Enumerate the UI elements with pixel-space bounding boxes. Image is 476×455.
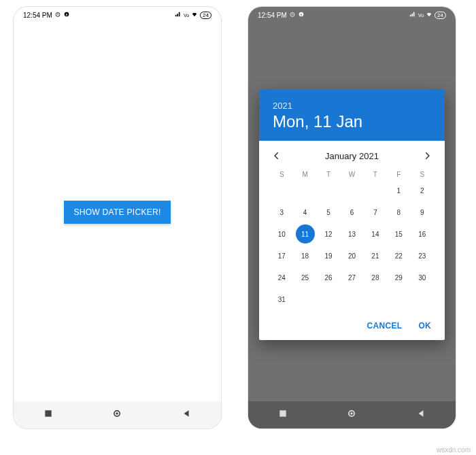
calendar-day[interactable]: 11 — [296, 224, 315, 243]
alarm-icon — [289, 11, 296, 19]
next-month-button[interactable] — [420, 149, 434, 163]
calendar-empty-cell — [272, 181, 291, 200]
calendar-day[interactable]: 20 — [342, 246, 361, 265]
nav-home-icon[interactable] — [112, 409, 122, 421]
watermark: wsxdn.com — [437, 446, 471, 454]
month-year-label[interactable]: January 2021 — [325, 151, 379, 161]
weekday-label: F — [387, 171, 410, 178]
weekday-label: T — [364, 171, 387, 178]
calendar-day[interactable]: 9 — [413, 203, 432, 222]
calendar-day[interactable]: 25 — [296, 268, 315, 287]
alarm-icon — [54, 11, 61, 19]
app-body: SHOW DATE PICKER! — [14, 23, 221, 401]
weekday-label: M — [293, 171, 316, 178]
status-bar: 12:54 PM A Vo 24 — [248, 7, 456, 23]
calendar-day[interactable]: 18 — [296, 246, 315, 265]
calendar-day[interactable]: 12 — [319, 224, 338, 243]
calendar-day[interactable]: 28 — [366, 268, 385, 287]
weekday-label: W — [340, 171, 363, 178]
nav-recent-icon[interactable] — [44, 409, 53, 421]
signal-icon — [409, 11, 416, 19]
svg-text:A: A — [65, 13, 67, 16]
calendar-empty-cell — [319, 181, 338, 200]
status-time: 12:54 PM — [23, 12, 52, 19]
show-date-picker-button[interactable]: SHOW DATE PICKER! — [64, 201, 170, 224]
calendar-grid: 1234567891011121314151617181920212223242… — [259, 181, 445, 314]
dialog-year[interactable]: 2021 — [273, 101, 431, 111]
calendar-empty-cell — [366, 181, 385, 200]
calendar-day[interactable]: 23 — [413, 246, 432, 265]
date-picker-dialog: 2021 Mon, 11 Jan January 2021 SMTWTFS 12… — [259, 90, 445, 340]
app-indicator-icon: A — [63, 11, 70, 19]
nav-back-icon[interactable] — [182, 409, 191, 421]
phone-screen-right: 12:54 PM A Vo 24 2021 Mon, 11 Jan Januar… — [248, 7, 456, 428]
calendar-day[interactable]: 14 — [366, 224, 385, 243]
calendar-day[interactable]: 3 — [272, 203, 291, 222]
calendar-day[interactable]: 29 — [389, 268, 408, 287]
app-indicator-icon: A — [298, 11, 305, 19]
dialog-header: 2021 Mon, 11 Jan — [259, 90, 445, 141]
calendar-day[interactable]: 31 — [272, 290, 291, 309]
calendar-nav: January 2021 — [259, 141, 445, 168]
weekday-row: SMTWTFS — [259, 168, 445, 181]
svg-rect-9 — [279, 410, 286, 416]
calendar-day[interactable]: 7 — [366, 203, 385, 222]
dialog-selected-date: Mon, 11 Jan — [273, 112, 431, 131]
calendar-day[interactable]: 13 — [342, 224, 361, 243]
volte-icon: Vo — [184, 13, 189, 18]
calendar-day[interactable]: 2 — [413, 181, 432, 200]
weekday-label: S — [270, 171, 293, 178]
calendar-empty-cell — [342, 181, 361, 200]
svg-rect-3 — [45, 410, 51, 416]
status-bar: 12:54 PM A Vo 24 — [14, 7, 221, 23]
calendar-day[interactable]: 15 — [389, 224, 408, 243]
nav-back-icon[interactable] — [416, 409, 426, 421]
calendar-day[interactable]: 27 — [342, 268, 361, 287]
calendar-day[interactable]: 10 — [272, 224, 291, 243]
calendar-day[interactable]: 1 — [389, 181, 408, 200]
calendar-day[interactable]: 16 — [413, 224, 432, 243]
status-time: 12:54 PM — [258, 12, 287, 19]
calendar-day[interactable]: 6 — [342, 203, 361, 222]
calendar-day[interactable]: 17 — [272, 246, 291, 265]
calendar-day[interactable]: 21 — [366, 246, 385, 265]
calendar-day[interactable]: 22 — [389, 246, 408, 265]
volte-icon: Vo — [418, 13, 424, 18]
cancel-button[interactable]: CANCEL — [367, 321, 403, 331]
nav-bar — [248, 401, 456, 428]
dialog-actions: CANCEL OK — [259, 314, 445, 340]
calendar-day[interactable]: 24 — [272, 268, 291, 287]
ok-button[interactable]: OK — [418, 321, 431, 331]
weekday-label: T — [317, 171, 340, 178]
phone-screen-left: 12:54 PM A Vo 24 SHOW DATE PICKER! — [14, 7, 221, 428]
battery-level: 24 — [200, 12, 211, 19]
prev-month-button[interactable] — [270, 149, 284, 163]
nav-home-icon[interactable] — [347, 409, 356, 421]
battery-level: 24 — [435, 12, 446, 19]
weekday-label: S — [411, 171, 434, 178]
calendar-day[interactable]: 30 — [413, 268, 432, 287]
calendar-day[interactable]: 19 — [319, 246, 338, 265]
nav-bar — [14, 401, 221, 428]
signal-icon — [175, 11, 182, 19]
calendar-day[interactable]: 8 — [389, 203, 408, 222]
svg-point-5 — [116, 412, 119, 415]
svg-text:A: A — [300, 13, 302, 16]
calendar-day[interactable]: 26 — [319, 268, 338, 287]
wifi-icon — [191, 11, 198, 19]
wifi-icon — [426, 11, 432, 19]
svg-point-11 — [351, 412, 354, 415]
calendar-day[interactable]: 4 — [296, 203, 315, 222]
calendar-day[interactable]: 5 — [319, 203, 338, 222]
calendar-empty-cell — [296, 181, 315, 200]
nav-recent-icon[interactable] — [278, 409, 288, 421]
